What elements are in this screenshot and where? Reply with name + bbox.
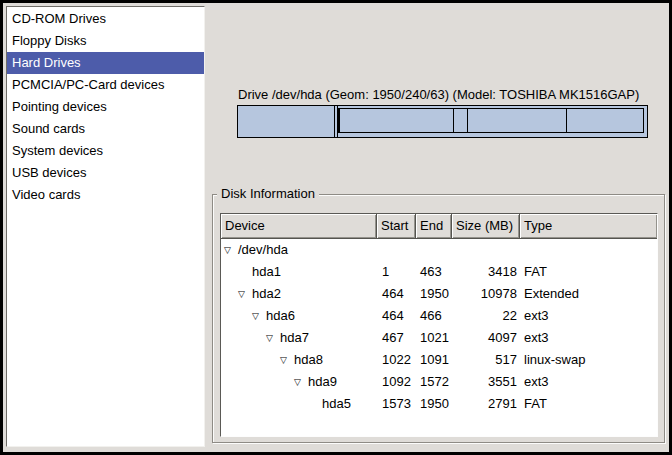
start-cell: 1 (377, 261, 416, 283)
sidebar-item-pcmcia-pc-card-devices[interactable]: PCMCIA/PC-Card devices (7, 74, 204, 96)
start-cell: 464 (377, 305, 416, 327)
type-cell: ext3 (520, 371, 657, 393)
device-cell: ▽hda9 (221, 371, 377, 393)
column-header-device[interactable]: Device (221, 214, 377, 239)
drive-title: Drive /dev/hda (Geom: 1950/240/63) (Mode… (238, 87, 639, 102)
sidebar-item-sound-cards[interactable]: Sound cards (7, 118, 204, 140)
size-cell: 3418 (452, 261, 520, 283)
end-cell: 1950 (416, 393, 452, 415)
device-label: hda9 (308, 371, 337, 393)
type-cell: ext3 (520, 327, 657, 349)
start-cell: 1022 (377, 349, 416, 371)
device-label: hda8 (294, 349, 323, 371)
partition-segment-hda1 (238, 106, 335, 137)
table-body: ▽/dev/hdahda114633418FAT▽hda246419501097… (221, 239, 657, 415)
sidebar-item-floppy-disks[interactable]: Floppy Disks (7, 30, 204, 52)
sidebar-item-usb-devices[interactable]: USB devices (7, 162, 204, 184)
type-cell: ext3 (520, 305, 657, 327)
table-row-hda1[interactable]: hda114633418FAT (221, 261, 657, 283)
size-cell: 517 (452, 349, 520, 371)
device-label: hda6 (266, 305, 295, 327)
end-cell: 463 (416, 261, 452, 283)
table-row-hda5[interactable]: hda5157319502791FAT (221, 393, 657, 415)
device-label: hda7 (280, 327, 309, 349)
device-label: hda2 (252, 283, 281, 305)
partition-table[interactable]: DeviceStartEndSize (MB)Type ▽/dev/hdahda… (220, 213, 658, 437)
column-header-type[interactable]: Type (520, 214, 657, 239)
column-header-start[interactable]: Start (377, 214, 416, 239)
type-cell: Extended (520, 283, 657, 305)
table-row-hda2[interactable]: ▽hda2464195010978Extended (221, 283, 657, 305)
sidebar-item-cd-rom-drives[interactable]: CD-ROM Drives (7, 8, 204, 30)
size-cell: 22 (452, 305, 520, 327)
table-row--dev-hda[interactable]: ▽/dev/hda (221, 239, 657, 261)
tree-indent (221, 360, 280, 361)
end-cell (416, 239, 452, 261)
column-header-end[interactable]: End (416, 214, 452, 239)
partition-segment-hda9 (467, 108, 567, 133)
table-row-hda8[interactable]: ▽hda810221091517linux-swap (221, 349, 657, 371)
size-cell (452, 239, 520, 261)
start-cell (377, 239, 416, 261)
device-label: hda5 (322, 393, 351, 415)
expander-icon[interactable]: ▽ (238, 283, 252, 305)
size-cell: 2791 (452, 393, 520, 415)
end-cell: 1091 (416, 349, 452, 371)
disk-info-legend: Disk Information (217, 186, 319, 201)
table-row-hda7[interactable]: ▽hda746710214097ext3 (221, 327, 657, 349)
device-cell: hda1 (221, 261, 377, 283)
size-cell: 10978 (452, 283, 520, 305)
disk-info-group: Disk Information DeviceStartEndSize (MB)… (212, 194, 665, 443)
sidebar-item-pointing-devices[interactable]: Pointing devices (7, 96, 204, 118)
tree-indent (221, 272, 238, 273)
type-cell (520, 239, 657, 261)
expander-icon[interactable]: ▽ (280, 349, 294, 371)
end-cell: 1572 (416, 371, 452, 393)
start-cell: 1573 (377, 393, 416, 415)
end-cell: 1021 (416, 327, 452, 349)
sidebar-item-video-cards[interactable]: Video cards (7, 184, 204, 206)
type-cell: linux-swap (520, 349, 657, 371)
device-cell: ▽hda8 (221, 349, 377, 371)
partition-segment-hda5 (566, 108, 645, 133)
end-cell: 466 (416, 305, 452, 327)
size-cell: 3551 (452, 371, 520, 393)
tree-indent (221, 294, 238, 295)
table-row-hda6[interactable]: ▽hda646446622ext3 (221, 305, 657, 327)
tree-indent (221, 316, 252, 317)
partition-segment-hda8 (453, 108, 468, 133)
size-cell: 4097 (452, 327, 520, 349)
start-cell: 1092 (377, 371, 416, 393)
device-cell: ▽hda7 (221, 327, 377, 349)
column-header-size-mb-[interactable]: Size (MB) (452, 214, 520, 239)
device-cell: ▽hda6 (221, 305, 377, 327)
partition-segment-hda2 (337, 106, 647, 137)
table-row-hda9[interactable]: ▽hda9109215723551ext3 (221, 371, 657, 393)
device-cell: ▽hda2 (221, 283, 377, 305)
partition-segment-hda7 (339, 108, 454, 133)
expander-icon[interactable]: ▽ (252, 305, 266, 327)
tree-indent (221, 404, 308, 405)
device-category-list[interactable]: CD-ROM DrivesFloppy DisksHard DrivesPCMC… (6, 6, 205, 447)
tree-indent (221, 338, 266, 339)
device-cell: hda5 (221, 393, 377, 415)
expander-icon[interactable]: ▽ (266, 327, 280, 349)
type-cell: FAT (520, 393, 657, 415)
sidebar-item-hard-drives[interactable]: Hard Drives (7, 52, 204, 74)
end-cell: 1950 (416, 283, 452, 305)
device-label: hda1 (252, 261, 281, 283)
tree-indent (221, 382, 294, 383)
device-cell: ▽/dev/hda (221, 239, 377, 261)
start-cell: 467 (377, 327, 416, 349)
table-header-row: DeviceStartEndSize (MB)Type (221, 214, 657, 239)
type-cell: FAT (520, 261, 657, 283)
sidebar-item-system-devices[interactable]: System devices (7, 140, 204, 162)
partition-bar (237, 105, 648, 138)
hardware-browser-window: CD-ROM DrivesFloppy DisksHard DrivesPCMC… (0, 0, 672, 455)
device-label: /dev/hda (238, 239, 288, 261)
start-cell: 464 (377, 283, 416, 305)
expander-icon[interactable]: ▽ (294, 371, 308, 393)
expander-icon[interactable]: ▽ (224, 239, 238, 261)
